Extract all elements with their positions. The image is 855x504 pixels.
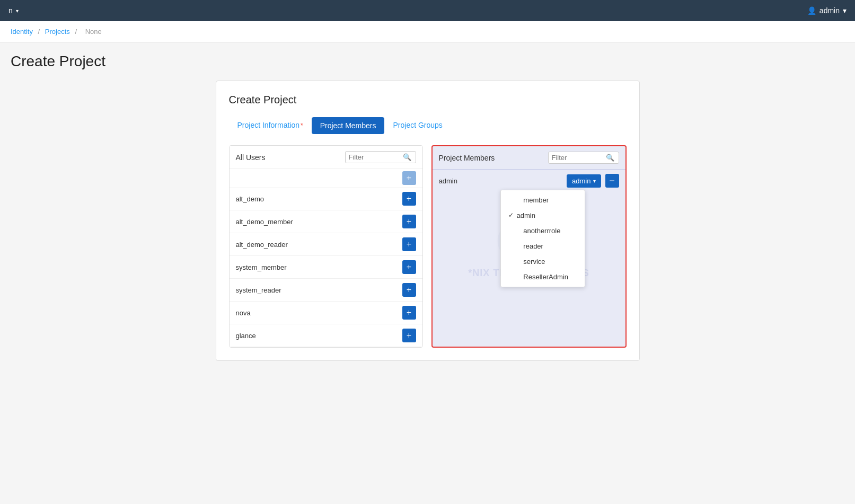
list-item: nova +	[230, 302, 422, 324]
tab-project-information-label: Project Information	[237, 121, 300, 129]
create-project-card: Create Project Project Information* Proj…	[216, 81, 640, 361]
add-user-button[interactable]: +	[402, 260, 416, 274]
user-dropdown-arrow[interactable]: ▾	[843, 6, 847, 15]
role-option-service[interactable]: service	[501, 254, 585, 269]
role-dropdown-container: admin ▾ member ✓ admin	[567, 174, 601, 188]
breadcrumb-separator-2: /	[75, 28, 77, 36]
list-item: system_member +	[230, 256, 422, 279]
user-name: nova	[236, 309, 251, 317]
role-option-anotherrole-label: anotherrrole	[523, 227, 560, 235]
breadcrumb-projects[interactable]: Projects	[45, 28, 70, 36]
breadcrumb-separator-1: /	[38, 28, 40, 36]
breadcrumb-current: None	[85, 28, 102, 36]
app-dropdown-arrow[interactable]: ▾	[16, 8, 19, 14]
member-row: admin admin ▾ member	[433, 170, 625, 192]
user-label: admin	[819, 6, 840, 15]
tab-project-members[interactable]: Project Members	[312, 117, 385, 134]
user-name: alt_demo	[236, 195, 264, 203]
list-item: +	[230, 169, 422, 188]
role-option-reselleradmin-label: ResellerAdmin	[523, 273, 568, 281]
top-navigation: n ▾ 👤 admin ▾	[0, 0, 855, 21]
selected-role-label: admin	[572, 177, 590, 185]
page-title: Create Project	[0, 42, 855, 75]
role-option-reselleradmin[interactable]: ResellerAdmin	[501, 269, 585, 285]
add-user-button[interactable]: +	[402, 237, 416, 251]
dropdown-caret-icon: ▾	[593, 178, 596, 184]
add-user-button[interactable]: +	[402, 329, 416, 342]
app-name: n	[8, 6, 13, 15]
role-option-member[interactable]: member	[501, 192, 585, 208]
checkmark-icon: ✓	[508, 211, 514, 219]
role-option-admin-label: admin	[517, 211, 535, 219]
role-option-member-label: member	[523, 196, 549, 204]
list-item: alt_demo_member +	[230, 210, 422, 233]
project-members-panel: *NIX TIPS & TUTORIALS Project Members 🔍 …	[431, 145, 627, 348]
user-name: system_member	[236, 263, 287, 271]
breadcrumb: Identity / Projects / None	[0, 21, 855, 42]
remove-member-button[interactable]: −	[605, 174, 619, 188]
all-users-search-button[interactable]: 🔍	[402, 153, 412, 161]
role-option-service-label: service	[523, 258, 545, 266]
all-users-panel: All Users 🔍 + alt_demo +	[229, 145, 423, 348]
project-members-title: Project Members	[439, 154, 495, 162]
breadcrumb-identity[interactable]: Identity	[11, 28, 33, 36]
list-item: alt_demo +	[230, 188, 422, 210]
tab-bar: Project Information* Project Members Pro…	[229, 117, 627, 135]
user-name: alt_demo_member	[236, 218, 293, 226]
panels-container: All Users 🔍 + alt_demo +	[229, 145, 627, 348]
all-users-title: All Users	[236, 153, 266, 162]
user-name: glance	[236, 332, 256, 340]
project-members-search-button[interactable]: 🔍	[605, 154, 615, 162]
list-item: alt_demo_reader +	[230, 233, 422, 256]
user-section: 👤 admin ▾	[807, 6, 847, 15]
all-users-header: All Users 🔍	[230, 146, 422, 169]
add-user-button[interactable]: +	[402, 171, 416, 185]
tab-project-members-label: Project Members	[320, 121, 376, 130]
role-option-anotherrole[interactable]: anotherrrole	[501, 223, 585, 238]
main-content: Create Project Project Information* Proj…	[0, 75, 855, 372]
app-name-section: n ▾	[8, 6, 19, 15]
user-icon: 👤	[807, 6, 816, 15]
all-users-filter-input[interactable]	[349, 153, 402, 161]
list-item: system_reader +	[230, 279, 422, 302]
project-members-header: Project Members 🔍	[433, 146, 625, 170]
project-members-filter-wrapper: 🔍	[548, 152, 619, 164]
add-user-button[interactable]: +	[402, 283, 416, 297]
user-list: + alt_demo + alt_demo_member + alt_demo_…	[230, 169, 422, 347]
project-members-filter-input[interactable]	[552, 154, 605, 162]
list-item: glance +	[230, 324, 422, 347]
user-name: alt_demo_reader	[236, 241, 288, 249]
tab-project-groups-label: Project Groups	[393, 121, 442, 129]
user-name: system_reader	[236, 286, 281, 294]
role-option-reader-label: reader	[523, 242, 543, 250]
tab-project-information[interactable]: Project Information*	[229, 117, 312, 135]
role-option-reader[interactable]: reader	[501, 238, 585, 254]
add-user-button[interactable]: +	[402, 306, 416, 320]
role-option-admin[interactable]: ✓ admin	[501, 208, 585, 223]
role-dropdown-button[interactable]: admin ▾	[567, 174, 601, 188]
member-name: admin	[439, 177, 563, 185]
required-indicator: *	[301, 122, 303, 129]
card-title: Create Project	[229, 94, 627, 106]
add-user-button[interactable]: +	[402, 215, 416, 228]
role-dropdown-menu: member ✓ admin anotherrrole	[500, 190, 585, 287]
tab-project-groups[interactable]: Project Groups	[384, 117, 451, 135]
add-user-button[interactable]: +	[402, 192, 416, 206]
all-users-filter-wrapper: 🔍	[345, 151, 416, 163]
